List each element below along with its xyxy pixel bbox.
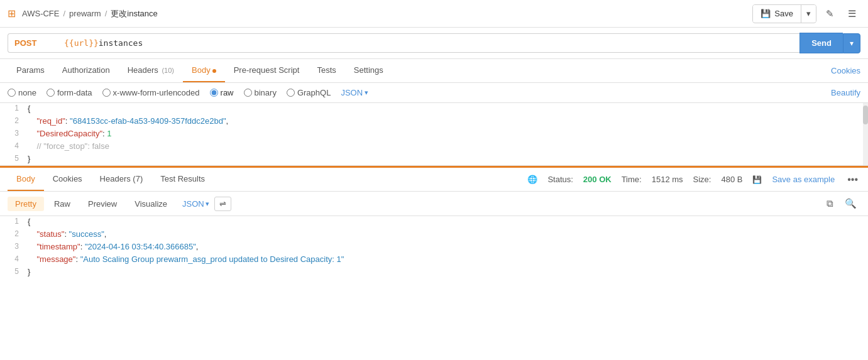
code-line-4: 4 // "force_stop": false	[0, 141, 868, 153]
response-tab-test-results-label: Test Results	[160, 174, 205, 183]
radio-form-data[interactable]	[47, 89, 55, 97]
status-label: Status:	[547, 175, 573, 184]
radio-none[interactable]	[8, 89, 16, 97]
body-type-none[interactable]: none	[8, 88, 36, 97]
response-tab-test-results[interactable]: Test Results	[151, 168, 214, 191]
resp-code-line-5: 5 }	[0, 266, 868, 279]
format-tab-visualize[interactable]: Visualize	[127, 197, 175, 211]
tab-authorization[interactable]: Authorization	[53, 59, 119, 82]
response-format-bar: Pretty Raw Preview Visualize JSON ▾ ⇌ ⧉ …	[0, 192, 868, 216]
body-type-form-data[interactable]: form-data	[47, 88, 92, 97]
breadcrumb: ⊞ AWS-CFE / prewarm / 更改instance	[8, 8, 158, 19]
format-tab-preview[interactable]: Preview	[80, 197, 124, 211]
breadcrumb-app: AWS-CFE	[22, 9, 59, 18]
url-template-var: {{url}}	[64, 38, 99, 48]
resp-code-line-2: 2 "status": "success",	[0, 229, 868, 241]
time-label: Time:	[622, 175, 642, 184]
tab-authorization-label: Authorization	[62, 65, 110, 75]
cookies-link[interactable]: Cookies	[831, 60, 860, 82]
body-type-urlencoded[interactable]: x-www-form-urlencoded	[102, 88, 200, 97]
body-type-binary[interactable]: binary	[244, 88, 277, 97]
tab-params[interactable]: Params	[8, 59, 53, 82]
tabs-right: Cookies	[831, 60, 860, 82]
scrollbar-track[interactable]	[863, 103, 868, 165]
save-as-example-button[interactable]: Save as example	[772, 175, 835, 184]
tab-settings[interactable]: Settings	[345, 59, 392, 82]
body-type-bar: none form-data x-www-form-urlencoded raw…	[0, 83, 868, 103]
edit-button[interactable]: ✎	[821, 5, 838, 23]
breadcrumb-sep2: /	[105, 9, 107, 18]
save-dropdown-button[interactable]: ▾	[801, 5, 816, 22]
ellipsis-icon: •••	[847, 174, 858, 185]
chevron-down-icon: ▾	[850, 39, 854, 48]
request-body-editor[interactable]: 1 { 2 "req_id": "684153cc-efab-4a53-9409…	[0, 103, 868, 166]
search-icon: 🔍	[845, 198, 857, 209]
status-value: 200 OK	[583, 175, 612, 184]
tab-params-label: Params	[16, 65, 45, 75]
time-value: 1512 ms	[652, 175, 683, 184]
radio-raw[interactable]	[210, 89, 218, 97]
edit-icon: ✎	[826, 8, 834, 19]
breadcrumb-sep1: /	[63, 9, 65, 18]
method-select[interactable]: POST GET PUT DELETE	[8, 33, 58, 53]
size-value: 480 B	[721, 175, 742, 184]
body-type-raw[interactable]: raw	[210, 88, 234, 97]
response-format-selector[interactable]: JSON ▾	[182, 199, 209, 209]
save-label: Save	[774, 9, 793, 18]
tab-body[interactable]: Body	[183, 59, 225, 82]
comment-button[interactable]: ☰	[843, 5, 860, 23]
copy-icon: ⧉	[827, 198, 833, 209]
top-bar: ⊞ AWS-CFE / prewarm / 更改instance 💾 Save …	[0, 0, 868, 28]
resp-json-chevron[interactable]: ▾	[206, 200, 209, 208]
tab-tests[interactable]: Tests	[308, 59, 344, 82]
radio-graphql[interactable]	[287, 89, 295, 97]
status-globe-icon: 🌐	[527, 175, 537, 184]
response-meta: 🌐 Status: 200 OK Time: 1512 ms Size: 480…	[527, 172, 860, 188]
response-tab-cookies-label: Cookies	[53, 174, 82, 183]
response-tabs-bar: Body Cookies Headers (7) Test Results 🌐 …	[0, 166, 868, 192]
resp-code-line-3: 3 "timestamp": "2024-04-16 03:54:40.3666…	[0, 241, 868, 254]
save-icon-sm: 💾	[752, 175, 762, 184]
tab-headers-label: Headers	[128, 65, 158, 75]
chevron-down-icon: ▾	[806, 9, 811, 18]
headers-badge: (10)	[162, 67, 174, 74]
comment-icon: ☰	[848, 8, 856, 19]
send-button[interactable]: Send	[799, 33, 843, 53]
json-format-chevron[interactable]: ▾	[365, 89, 368, 97]
url-path: instances	[99, 38, 143, 48]
radio-urlencoded[interactable]	[102, 89, 111, 97]
breadcrumb-middle: prewarm	[69, 9, 101, 18]
resp-code-line-1: 1 {	[0, 216, 868, 229]
url-bar: POST GET PUT DELETE {{url}}instances Sen…	[0, 28, 868, 59]
body-type-graphql[interactable]: GraphQL	[287, 88, 331, 97]
tab-headers[interactable]: Headers (10)	[119, 59, 183, 82]
tab-tests-label: Tests	[317, 65, 336, 75]
copy-response-button[interactable]: ⧉	[823, 195, 837, 212]
filter-button[interactable]: ⇌	[214, 197, 231, 211]
url-display[interactable]: {{url}}instances	[58, 33, 799, 53]
top-bar-actions: 💾 Save ▾ ✎ ☰	[752, 4, 860, 23]
tab-pre-request-script[interactable]: Pre-request Script	[225, 59, 309, 82]
response-tab-cookies[interactable]: Cookies	[44, 168, 91, 191]
resp-json-label: JSON	[182, 199, 204, 209]
filter-icon: ⇌	[219, 199, 226, 209]
send-dropdown-button[interactable]: ▾	[843, 33, 860, 53]
response-tab-headers[interactable]: Headers (7)	[91, 168, 152, 191]
more-options-button[interactable]: •••	[845, 172, 860, 188]
code-line-1: 1 {	[0, 103, 868, 116]
search-response-button[interactable]: 🔍	[841, 195, 860, 212]
save-button[interactable]: 💾 Save	[753, 5, 801, 22]
save-button-group: 💾 Save ▾	[752, 4, 816, 23]
response-body-viewer: 1 { 2 "status": "success", 3 "timestamp"…	[0, 216, 868, 285]
format-tab-pretty[interactable]: Pretty	[8, 197, 44, 211]
beautify-button[interactable]: Beautify	[831, 88, 860, 97]
format-tab-raw[interactable]: Raw	[47, 197, 78, 211]
body-format-selector[interactable]: JSON ▾	[341, 88, 368, 97]
tab-settings-label: Settings	[354, 65, 383, 75]
radio-binary[interactable]	[244, 89, 252, 97]
scrollbar-thumb[interactable]	[863, 106, 868, 124]
resp-code-line-4: 4 "message": "Auto Scaling Group prewarm…	[0, 254, 868, 266]
response-tab-body[interactable]: Body	[8, 168, 44, 191]
code-line-2: 2 "req_id": "684153cc-efab-4a53-9409-357…	[0, 116, 868, 128]
save-icon: 💾	[761, 9, 771, 18]
